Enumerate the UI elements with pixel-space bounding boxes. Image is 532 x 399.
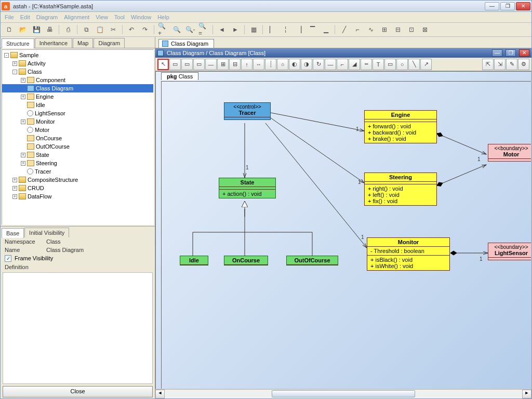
class-motor[interactable]: <<boundary>>Motor (488, 144, 531, 162)
document-tab[interactable]: Class Diagram (158, 39, 214, 48)
diagram-canvas[interactable]: pkg Class (156, 72, 531, 389)
menu-tool[interactable]: Tool (114, 14, 125, 20)
align-left-icon[interactable]: ▏ (266, 24, 277, 35)
doc-close-button[interactable]: ✕ (519, 49, 529, 57)
tree-item[interactable]: OutOfCourse (2, 142, 153, 151)
dep-tool-icon[interactable]: ○ (277, 59, 288, 70)
tab-map[interactable]: Map (73, 38, 93, 48)
menu-diagram[interactable]: Diagram (36, 14, 58, 20)
real-tool-icon[interactable]: ┊ (265, 59, 276, 70)
class-state[interactable]: State + action() : void (219, 178, 276, 198)
tree-item[interactable]: Idle (2, 101, 153, 109)
minimize-button[interactable]: — (485, 2, 499, 10)
class-oncourse[interactable]: OnCourse (224, 256, 268, 265)
class-idle[interactable]: Idle (180, 256, 208, 265)
comp-tool-icon[interactable]: ↑ (241, 59, 252, 70)
tree-item[interactable]: -Class (2, 68, 153, 76)
zoom-in-icon[interactable]: 🔍+ (157, 24, 169, 35)
definition-textarea[interactable] (3, 272, 153, 384)
tool-icon[interactable]: ⚙ (518, 59, 529, 70)
forward-icon[interactable]: ► (230, 24, 241, 35)
close-button[interactable]: ✕ (516, 2, 530, 10)
zoom-100-icon[interactable]: 🔍= (198, 24, 209, 35)
tree-item[interactable]: +Activity (2, 59, 153, 68)
align-top-icon[interactable]: ▔ (307, 24, 318, 35)
name-value[interactable]: Class Diagram (46, 247, 151, 253)
tree-item[interactable]: +Engine (2, 92, 153, 101)
align-right-icon[interactable]: ▕ (293, 24, 304, 35)
tree-view[interactable]: -Sample+Activity-Class+ComponentClass Di… (2, 49, 154, 225)
close-panel-button[interactable]: Close (3, 386, 153, 397)
new-icon[interactable]: 🗋 (4, 24, 15, 35)
tool-icon[interactable]: ↗ (420, 59, 432, 70)
back-icon[interactable]: ◄ (216, 24, 228, 35)
open-icon[interactable]: 📂 (17, 24, 29, 35)
align-bottom-icon[interactable]: ▁ (320, 24, 331, 35)
tool-icon[interactable]: ✎ (506, 59, 517, 70)
rect-tool-icon[interactable]: ▭ (384, 59, 396, 70)
nav-assoc-tool-icon[interactable]: ⊞ (217, 59, 229, 70)
tool-icon[interactable]: ⇱ (482, 59, 494, 70)
tree-item[interactable]: +DataFlow (2, 192, 153, 201)
oval-tool-icon[interactable]: ○ (396, 59, 408, 70)
tool-icon[interactable]: ⌐ (337, 59, 348, 70)
line2-icon[interactable]: ⌐ (352, 24, 363, 35)
class-steering[interactable]: Steering + right() : void+ left() : void… (364, 172, 437, 206)
tab-structure[interactable]: Structure (2, 38, 34, 48)
tree-root[interactable]: -Sample (2, 51, 153, 59)
redo-icon[interactable]: ↷ (139, 24, 151, 35)
paste-icon[interactable]: 📋 (94, 24, 105, 35)
cut-icon[interactable]: ✂ (108, 24, 119, 35)
tree-item[interactable]: +CompositeStructure (2, 176, 153, 184)
undo-icon[interactable]: ↶ (126, 24, 137, 35)
line5-icon[interactable]: ⊟ (392, 24, 404, 35)
tree-item[interactable]: +Monitor (2, 117, 153, 126)
zoom-out-icon[interactable]: 🔍- (184, 24, 196, 35)
tool-icon[interactable]: ◢ (349, 59, 360, 70)
line6-icon[interactable]: ⊡ (406, 24, 417, 35)
line4-icon[interactable]: ⊞ (379, 24, 390, 35)
save-icon[interactable]: 💾 (31, 24, 42, 35)
zoom-fit-icon[interactable]: 🔍 (171, 24, 182, 35)
interface-tool-icon[interactable]: ▭ (193, 59, 205, 70)
tab-inheritance[interactable]: Inheritance (35, 38, 72, 48)
class-engine[interactable]: Engine + forward() : void+ backward() : … (364, 110, 437, 143)
grid-icon[interactable]: ▦ (248, 24, 259, 35)
aggr-tool-icon[interactable]: ⊟ (229, 59, 241, 70)
class-outofcourse[interactable]: OutOfCourse (286, 256, 338, 265)
text-tool-icon[interactable]: T (373, 59, 384, 70)
line3-icon[interactable]: ∿ (365, 24, 377, 35)
align-center-icon[interactable]: ╎ (280, 24, 291, 35)
tree-item[interactable]: +Component (2, 76, 153, 84)
tool-icon[interactable]: — (325, 59, 336, 70)
line7-icon[interactable]: ⊠ (419, 24, 431, 35)
tab-initial-visibility[interactable]: Initial Visibility (24, 228, 69, 237)
menu-alignment[interactable]: Alignment (64, 14, 89, 20)
select-tool-icon[interactable]: ↖ (157, 59, 169, 70)
assoc-tool-icon[interactable]: — (205, 59, 217, 70)
scroll-thumb[interactable] (272, 390, 415, 397)
gen-tool-icon[interactable]: ↔ (253, 59, 264, 70)
package-frame[interactable]: pkg Class (161, 81, 531, 389)
export-icon[interactable]: ⎙ (62, 24, 74, 35)
line1-icon[interactable]: ╱ (338, 24, 350, 35)
print-icon[interactable]: 🖶 (44, 24, 56, 35)
menu-file[interactable]: File (5, 14, 14, 20)
menu-window[interactable]: Window (131, 14, 151, 20)
tree-item[interactable]: Motor (2, 126, 153, 134)
package-tool-icon[interactable]: ▭ (181, 59, 193, 70)
horizontal-scrollbar[interactable]: ◄ ► (155, 389, 531, 398)
maximize-button[interactable]: ❐ (500, 2, 515, 10)
copy-icon[interactable]: ⧉ (81, 24, 92, 35)
line-tool-icon[interactable]: ╲ (408, 59, 420, 70)
menu-edit[interactable]: Edit (20, 14, 30, 20)
class-tracer[interactable]: <<control>>Tracer (224, 102, 271, 120)
tree-item[interactable]: OnCourse (2, 134, 153, 142)
tree-item[interactable]: +Steering (2, 159, 153, 167)
tree-item[interactable]: Class Diagram (2, 84, 153, 92)
tree-item[interactable]: LightSensor (2, 109, 153, 117)
frame-visibility-checkbox[interactable]: ✓ (5, 255, 11, 262)
tree-item[interactable]: +State (2, 151, 153, 159)
class-monitor[interactable]: Monitor - Threshold : boolean + isBlack(… (367, 237, 450, 271)
class-lightsensor[interactable]: <<boundary>>LightSensor (488, 243, 531, 260)
